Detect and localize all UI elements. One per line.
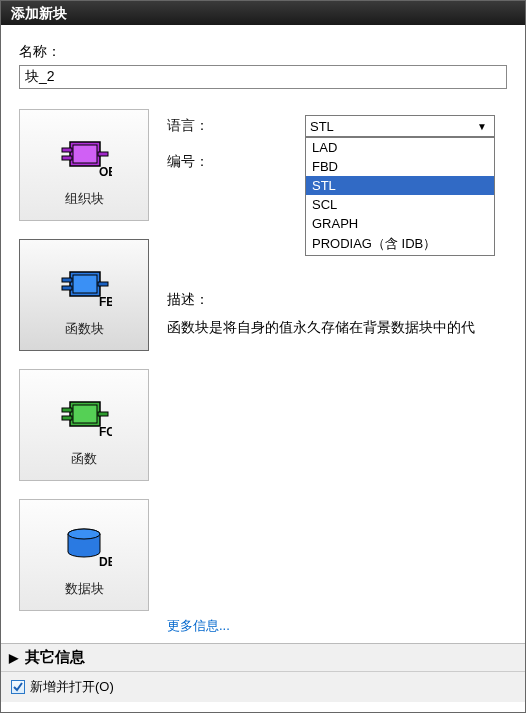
- fc-icon: FC: [56, 390, 112, 440]
- svg-rect-13: [73, 405, 97, 423]
- number-label: 编号：: [167, 153, 237, 171]
- svg-rect-3: [62, 156, 72, 160]
- new-and-open-label: 新增并打开(O): [30, 678, 114, 696]
- svg-rect-2: [62, 148, 72, 152]
- block-label: 函数: [71, 450, 97, 468]
- db-icon: DB: [56, 520, 112, 570]
- svg-rect-7: [73, 275, 97, 293]
- language-select[interactable]: STL ▼: [305, 115, 495, 137]
- details-pane: 语言： STL ▼ LAD FBD STL SCL GRAPH PRODIAG（…: [167, 109, 507, 635]
- dropdown-item-lad[interactable]: LAD: [306, 138, 494, 157]
- svg-rect-14: [62, 408, 72, 412]
- svg-text:DB: DB: [99, 555, 112, 569]
- new-and-open-checkbox[interactable]: [11, 680, 25, 694]
- dropdown-item-graph[interactable]: GRAPH: [306, 214, 494, 233]
- dropdown-item-fbd[interactable]: FBD: [306, 157, 494, 176]
- svg-rect-9: [62, 286, 72, 290]
- name-input[interactable]: [19, 65, 507, 89]
- fb-icon: FB: [56, 260, 112, 310]
- description-text: 函数块是将自身的值永久存储在背景数据块中的代: [167, 319, 507, 337]
- language-label: 语言：: [167, 117, 237, 135]
- dropdown-item-scl[interactable]: SCL: [306, 195, 494, 214]
- svg-rect-4: [98, 152, 108, 156]
- block-item-fb[interactable]: FB 函数块: [19, 239, 149, 351]
- block-item-db[interactable]: DB 数据块: [19, 499, 149, 611]
- name-label: 名称：: [19, 43, 507, 61]
- ob-icon: OB: [56, 130, 112, 180]
- chevron-right-icon: ▶: [9, 651, 25, 665]
- svg-rect-1: [73, 145, 97, 163]
- language-dropdown: LAD FBD STL SCL GRAPH PRODIAG（含 IDB）: [305, 137, 495, 256]
- other-info-label: 其它信息: [25, 648, 85, 667]
- svg-rect-15: [62, 416, 72, 420]
- svg-text:FB: FB: [99, 295, 112, 309]
- block-type-list: OB 组织块 FB 函数块: [19, 109, 149, 635]
- other-info-expander[interactable]: ▶ 其它信息: [1, 644, 525, 672]
- dropdown-item-prodiag[interactable]: PRODIAG（含 IDB）: [306, 233, 494, 255]
- more-info-link[interactable]: 更多信息...: [167, 617, 507, 635]
- dropdown-item-stl[interactable]: STL: [306, 176, 494, 195]
- block-label: 数据块: [65, 580, 104, 598]
- language-select-value: STL: [310, 119, 474, 134]
- block-label: 组织块: [65, 190, 104, 208]
- svg-rect-8: [62, 278, 72, 282]
- block-item-fc[interactable]: FC 函数: [19, 369, 149, 481]
- svg-text:FC: FC: [99, 425, 112, 439]
- svg-rect-10: [98, 282, 108, 286]
- svg-rect-16: [98, 412, 108, 416]
- block-label: 函数块: [65, 320, 104, 338]
- description-label: 描述：: [167, 291, 507, 309]
- svg-text:OB: OB: [99, 165, 112, 179]
- block-item-ob[interactable]: OB 组织块: [19, 109, 149, 221]
- title-bar: 添加新块: [1, 1, 525, 25]
- window-title: 添加新块: [11, 5, 67, 21]
- svg-point-19: [68, 529, 100, 539]
- chevron-down-icon: ▼: [474, 121, 490, 132]
